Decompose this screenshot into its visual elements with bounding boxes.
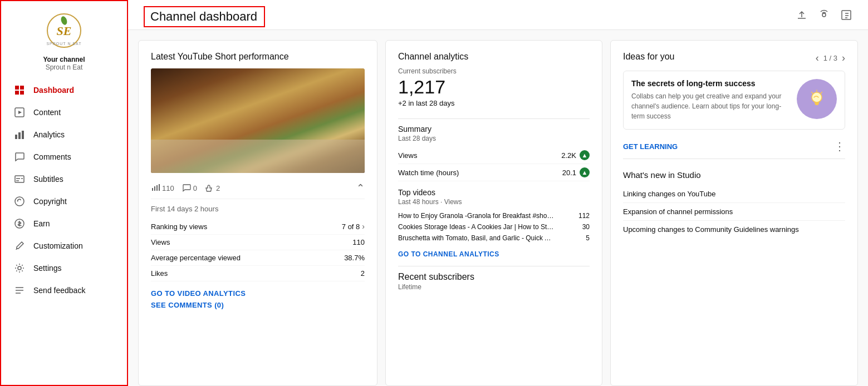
logo-svg: SE SPROUT N EAT: [46, 13, 82, 48]
see-comments-button[interactable]: SEE COMMENTS (0): [151, 301, 365, 309]
sidebar-item-settings[interactable]: Settings: [1, 257, 127, 279]
channel-logo: SE SPROUT N EAT: [45, 11, 84, 50]
svg-marker-9: [18, 111, 22, 114]
idea-desc: Collabs can help you get creative and ex…: [631, 91, 790, 121]
lightbulb-icon: [797, 79, 837, 119]
video-blur: [151, 140, 365, 173]
page-title: Channel dashboard: [150, 9, 257, 23]
sidebar-item-subtitles[interactable]: Subtitles: [1, 168, 127, 190]
sidebar-item-label-dashboard: Dashboard: [33, 86, 74, 95]
ranking-label: Ranking by views: [151, 222, 207, 231]
svg-text:SE: SE: [57, 24, 72, 38]
svg-point-20: [18, 266, 21, 270]
divider-2: [398, 266, 590, 266]
get-learning-row: GET LEARNING ⋮: [623, 140, 845, 153]
comments-stat: 0: [182, 184, 197, 192]
ideas-prev-button[interactable]: ‹: [816, 52, 819, 64]
main-content: Channel dashboard Latest YouTube Short p…: [128, 0, 868, 386]
svg-rect-6: [15, 91, 19, 95]
svg-rect-31: [815, 102, 819, 104]
svg-rect-27: [154, 186, 155, 191]
whats-new-title: What's new in Studio: [623, 170, 845, 180]
sidebar-item-analytics[interactable]: Analytics: [1, 123, 127, 146]
svg-rect-11: [18, 132, 21, 139]
edit-icon[interactable]: [840, 9, 852, 24]
ideas-next-button[interactable]: ›: [842, 52, 845, 64]
svg-rect-29: [159, 184, 160, 191]
divider-1: [398, 118, 590, 119]
top-video-name-0: How to Enjoy Granola -Granola for Breakf…: [398, 212, 554, 220]
ideas-card: Ideas for you ‹ 1 / 3 › The secrets of l…: [610, 40, 858, 386]
svg-line-34: [821, 92, 822, 94]
ideas-header: Ideas for you ‹ 1 / 3 ›: [623, 52, 845, 64]
content-area: Latest YouTube Short performance 110 0 2: [128, 30, 868, 386]
svg-rect-4: [15, 86, 19, 90]
sidebar: SE SPROUT N EAT Your channel Sprout n Ea…: [0, 0, 128, 386]
whats-new-section: What's new in Studio Linking changes on …: [623, 170, 845, 238]
avg-pct-value: 38.7%: [344, 254, 365, 262]
channel-name: Sprout n Eat: [46, 63, 83, 71]
grid-icon: [13, 85, 26, 96]
svg-rect-13: [15, 176, 24, 182]
idea-card: The secrets of long-term success Collabs…: [623, 71, 845, 130]
video-thumbnail[interactable]: [151, 68, 365, 173]
analytics-card-title: Channel analytics: [398, 52, 590, 62]
watch-up-badge: ▲: [580, 167, 590, 177]
go-video-analytics-button[interactable]: GO TO VIDEO ANALYTICS: [151, 289, 365, 298]
recent-subs-title: Recent subscribers: [398, 272, 590, 282]
go-channel-analytics-button[interactable]: GO TO CHANNEL ANALYTICS: [398, 250, 590, 258]
svg-rect-26: [152, 188, 153, 191]
sidebar-item-label-analytics: Analytics: [33, 130, 65, 139]
top-video-count-1: 30: [573, 223, 590, 231]
top-bar-actions: [796, 9, 852, 24]
svg-rect-5: [20, 86, 24, 90]
ranking-chevron[interactable]: ›: [362, 222, 365, 231]
gear-icon: [13, 263, 26, 274]
avg-pct-label: Average percentage viewed: [151, 254, 241, 262]
channel-analytics-card: Channel analytics Current subscribers 1,…: [385, 40, 602, 386]
svg-rect-32: [815, 104, 818, 105]
earn-icon: [13, 218, 26, 229]
video-stats-row: 110 0 2 ⌃: [151, 179, 365, 199]
more-options-button[interactable]: ⋮: [834, 140, 845, 153]
news-item-0[interactable]: Linking changes on YouTube: [623, 185, 845, 203]
subs-change: +2 in last 28 days: [398, 99, 590, 107]
card-actions: GO TO VIDEO ANALYTICS SEE COMMENTS (0): [151, 289, 365, 309]
watch-metric-label: Watch time (hours): [398, 169, 459, 177]
svg-rect-12: [22, 131, 24, 139]
ranking-row: Ranking by views 7 of 8 ›: [151, 219, 365, 235]
sidebar-item-customization[interactable]: Customization: [1, 235, 127, 257]
top-bar: Channel dashboard: [128, 0, 868, 30]
avg-pct-row: Average percentage viewed 38.7%: [151, 250, 365, 266]
subtitles-icon: [13, 174, 26, 185]
views-metric-label: Views: [398, 151, 417, 160]
top-video-name-1: Cookies Storage Ideas - A Cookies Jar | …: [398, 223, 554, 231]
sidebar-item-label-comments: Comments: [33, 152, 71, 161]
svg-rect-28: [156, 185, 158, 191]
broadcast-icon[interactable]: [818, 9, 830, 24]
ideas-title: Ideas for you: [623, 52, 675, 62]
news-item-1[interactable]: Expansion of channel permissions: [623, 203, 845, 221]
get-learning-button[interactable]: GET LEARNING: [623, 142, 678, 151]
sidebar-item-copyright[interactable]: Copyright: [1, 190, 127, 212]
sidebar-item-content[interactable]: Content: [1, 101, 127, 123]
svg-point-24: [822, 13, 826, 17]
sidebar-item-feedback[interactable]: Send feedback: [1, 279, 127, 301]
sidebar-item-comments[interactable]: Comments: [1, 146, 127, 168]
sidebar-item-dashboard[interactable]: Dashboard: [1, 79, 127, 101]
upload-icon[interactable]: [796, 9, 808, 24]
news-item-2[interactable]: Upcoming changes to Community Guidelines…: [623, 221, 845, 238]
top-video-row-0: How to Enjoy Granola -Granola for Breakf…: [398, 210, 590, 221]
likes-value: 2: [361, 269, 365, 278]
page-title-box: Channel dashboard: [144, 6, 265, 27]
collapse-chevron[interactable]: ⌃: [356, 182, 365, 194]
sidebar-item-label-feedback: Send feedback: [33, 286, 85, 295]
views-stat: 110: [151, 184, 174, 192]
subs-label: Current subscribers: [398, 67, 590, 75]
top-videos-title: Top videos: [398, 188, 590, 197]
svg-rect-7: [20, 91, 24, 95]
views-metric-val: 2.2K ▲: [561, 150, 590, 160]
idea-text: The secrets of long-term success Collabs…: [631, 79, 790, 121]
sidebar-item-earn[interactable]: Earn: [1, 212, 127, 235]
first-period-label: First 14 days 2 hours: [151, 205, 365, 213]
